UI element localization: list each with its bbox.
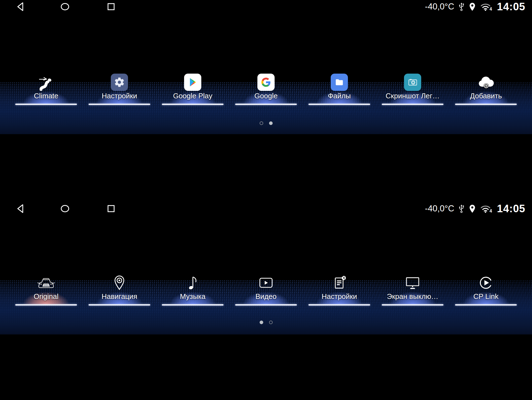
app-label: Скриншот Лег… [386,92,440,100]
page-indicator [0,121,532,125]
app-label: Настройки [322,292,357,301]
recents-button[interactable] [106,204,116,213]
recents-icon [106,204,116,213]
platform-line [382,104,443,105]
app-icon-box [37,73,55,91]
platform-line [308,104,370,105]
status-bar: -40,0°C414:05 [0,202,532,215]
app-navigation[interactable]: Навигация [83,270,156,307]
app-icon-box [404,274,421,292]
settings-icon [114,77,125,88]
platform-line [455,304,517,306]
app-label: Видео [255,292,277,301]
app-label: Climate [34,92,58,100]
back-icon [15,203,26,214]
app-tile [404,74,421,91]
app-icon-box [111,73,128,91]
app-row: ClimateНастройкиGoogle PlayGoogleФайлыСк… [9,69,523,106]
app-icon-box [37,274,55,292]
climate-icon [37,74,55,91]
app-row: OriginalНавигацияМузыкаВидеоНастройкиЭкр… [9,270,523,307]
app-label: CP Link [473,292,499,301]
original-icon [37,276,55,290]
location-icon [469,2,476,11]
wifi-network-badge: 4 [490,209,492,214]
music-icon [187,275,199,291]
screenshot-icon [408,77,418,88]
page-dot-1[interactable] [260,121,263,125]
platform-line [15,104,77,105]
app-climate[interactable]: Climate [9,69,83,106]
app-tile [257,74,275,91]
app-icon-box [332,274,347,292]
app-icon-box [257,73,275,91]
back-button[interactable] [15,203,26,214]
usb-icon [458,2,465,11]
app-music[interactable]: Музыка [156,270,229,307]
status-bar: -40,0°C414:05 [0,0,532,13]
app-label: Настройки [102,92,137,100]
location-icon [469,204,476,213]
platform-line [235,104,297,105]
app-label: Музыка [180,292,205,301]
app-files[interactable]: Файлы [303,69,376,106]
platform-line [89,104,150,105]
app-icon-box [331,73,348,91]
app-icon-box [478,274,493,292]
app-screen-off[interactable]: Экран выклю… [376,270,449,307]
wifi-network-badge: 4 [490,7,492,12]
app-label: Google Play [173,92,212,100]
app-icon-box [404,73,421,91]
app-add[interactable]: Добавить [449,69,523,106]
status-indicators: -40,0°C414:05 [425,0,525,13]
app-screenshot[interactable]: Скриншот Лег… [376,69,449,106]
platform-line [89,304,150,306]
cp-link-icon [478,275,493,290]
home-button[interactable] [59,1,71,12]
app-icon-box [477,73,495,91]
page-dot-2[interactable] [269,121,273,125]
app-label: Файлы [328,92,351,100]
navigation-icon [113,275,126,291]
clock: 14:05 [497,1,525,13]
platform-line [15,304,77,306]
platform-line [308,304,370,306]
app-settings[interactable]: Настройки [83,69,156,106]
app-settings2[interactable]: Настройки [303,270,376,307]
home-icon [59,203,71,214]
app-label: Google [254,92,278,100]
app-icon-box [187,274,199,292]
temperature-readout: -40,0°C [425,2,454,12]
app-label: Экран выклю… [387,292,438,301]
app-google-play[interactable]: Google Play [156,69,229,106]
home-icon [59,1,71,12]
wifi-icon: 4 [480,204,492,213]
app-tile [331,74,348,91]
usb-icon [458,204,465,213]
platform-line [235,304,297,306]
recents-icon [106,2,116,11]
app-label: Original [34,292,59,301]
app-tile [111,74,128,91]
platform-line [162,104,224,105]
clock: 14:05 [497,203,525,215]
google-play-icon [188,78,197,87]
app-cp-link[interactable]: CP Link [449,270,523,307]
app-label: Навигация [102,292,137,301]
app-original[interactable]: Original [9,270,83,307]
app-tile [184,74,201,91]
app-google[interactable]: Google [229,69,303,106]
app-icon-box [113,274,126,292]
page-indicator [0,321,532,324]
back-button[interactable] [15,1,26,12]
page-dot-1[interactable] [260,321,263,324]
page-dot-2[interactable] [269,321,273,324]
home-button[interactable] [59,203,71,214]
platform-line [162,304,224,306]
screen-off-icon [404,276,421,290]
files-icon [335,78,344,87]
platform-line [382,304,443,306]
add-icon [477,76,495,89]
recents-button[interactable] [106,2,116,11]
app-video[interactable]: Видео [229,270,303,307]
